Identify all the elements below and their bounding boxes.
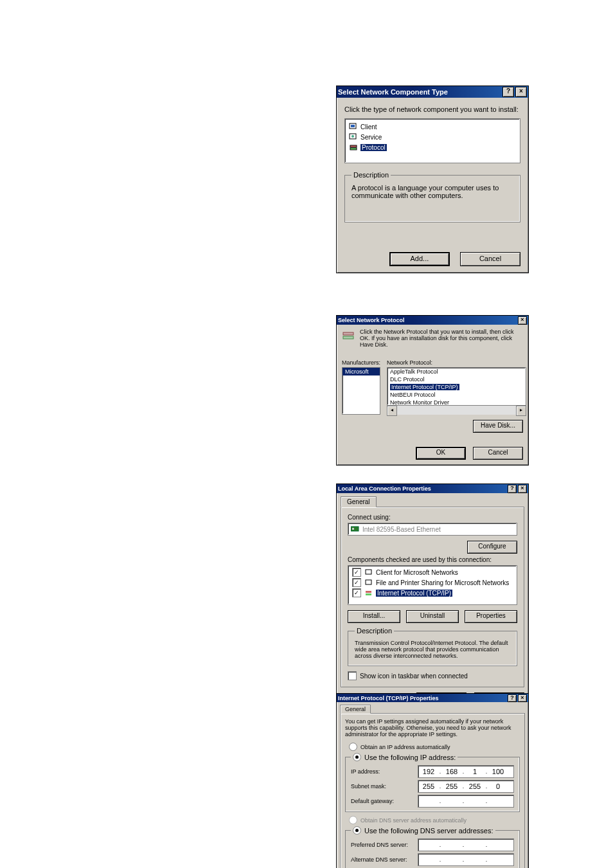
manufacturers-list[interactable]: Microsoft (342, 367, 380, 415)
subnet-mask-field[interactable]: 255. 255. 255. 0 (418, 780, 514, 793)
close-button[interactable]: × (518, 316, 527, 325)
help-button[interactable]: ? (508, 694, 517, 702)
svg-point-3 (351, 135, 354, 138)
svg-rect-1 (351, 125, 355, 127)
tcp-ip-properties-dialog: Internet Protocol (TCP/IP) Properties ? … (336, 693, 529, 868)
default-gateway-field[interactable]: . . . (418, 795, 514, 808)
cancel-button[interactable]: Cancel (473, 447, 523, 460)
uninstall-button[interactable]: Uninstall (406, 610, 459, 623)
component-type-list[interactable]: Client Service Protocol (344, 118, 520, 163)
list-item-component[interactable]: ✓ Internet Protocol (TCP/IP) (350, 588, 515, 598)
scroll-left-arrow[interactable]: ◂ (387, 406, 397, 416)
svg-rect-5 (350, 148, 357, 150)
svg-rect-4 (350, 145, 357, 147)
manufacturers-label: Manufacturers: (342, 359, 380, 366)
client-icon (364, 568, 373, 577)
properties-button[interactable]: Properties (465, 610, 517, 623)
titlebar: Internet Protocol (TCP/IP) Properties ? … (337, 694, 528, 702)
cancel-button[interactable]: Cancel (460, 252, 520, 266)
service-icon (364, 578, 373, 587)
protocol-large-icon (342, 329, 356, 343)
nic-icon (351, 525, 360, 534)
list-item-protocol[interactable]: AppleTalk Protocol (387, 368, 526, 375)
tab-general[interactable]: General (340, 705, 371, 714)
protocol-icon (364, 588, 373, 597)
ip-address-label: IP address: (351, 768, 418, 775)
select-network-component-type-dialog: Select Network Component Type ? × Click … (336, 86, 529, 273)
svg-rect-6 (343, 332, 353, 335)
ip-address-field[interactable]: 192. 168. 1. 100 (418, 765, 514, 778)
svg-rect-10 (366, 570, 371, 574)
protocols-list[interactable]: AppleTalk Protocol DLC Protocol Internet… (387, 367, 526, 406)
close-button[interactable]: × (518, 694, 527, 702)
ip-settings-blurb: You can get IP settings assigned automat… (345, 718, 520, 737)
adapter-field: Intel 82595-Based Ethernet (348, 523, 517, 536)
preferred-dns-field[interactable]: ... (418, 838, 514, 851)
checkbox-icon[interactable]: ✓ (352, 568, 361, 577)
service-icon (349, 132, 358, 141)
list-item-client[interactable]: Client (346, 122, 519, 132)
select-network-protocol-dialog: Select Network Protocol × Click the Netw… (336, 315, 529, 466)
description-text: Transmission Control Protocol/Internet P… (355, 640, 510, 659)
dialog-title: Select Network Component Type (338, 88, 501, 96)
components-label: Components checked are used by this conn… (348, 556, 517, 563)
show-icon-label: Show icon in taskbar when connected (360, 673, 468, 680)
subnet-mask-label: Subnet mask: (351, 783, 418, 790)
list-item-component[interactable]: ✓ File and Printer Sharing for Microsoft… (350, 577, 515, 588)
tab-general[interactable]: General (341, 496, 377, 507)
instruction-text: Click the Network Protocol that you want… (360, 329, 523, 348)
ok-button[interactable]: OK (416, 447, 466, 460)
alternate-dns-field[interactable]: ... (418, 853, 514, 866)
close-button[interactable]: × (518, 485, 527, 493)
svg-rect-11 (366, 580, 371, 584)
horizontal-scrollbar[interactable]: ◂ ▸ (387, 406, 526, 415)
configure-button[interactable]: Configure (467, 541, 517, 554)
obtain-dns-auto-radio (349, 816, 357, 824)
titlebar: Select Network Component Type ? × (337, 86, 528, 98)
client-icon (349, 122, 358, 131)
install-button[interactable]: Install... (348, 610, 400, 623)
default-gateway-label: Default gateway: (351, 798, 418, 804)
help-button[interactable]: ? (502, 87, 514, 97)
list-item-protocol[interactable]: DLC Protocol (387, 375, 526, 383)
have-disk-button[interactable]: Have Disk... (473, 420, 523, 433)
svg-rect-13 (366, 593, 371, 595)
protocol-icon (349, 143, 358, 152)
titlebar: Local Area Connection Properties ? × (337, 484, 528, 493)
svg-rect-9 (352, 528, 354, 530)
list-item-protocol[interactable]: Protocol (346, 142, 519, 152)
dialog-title: Internet Protocol (TCP/IP) Properties (338, 695, 506, 701)
list-item-protocol[interactable]: NetBEUI Protocol (387, 391, 526, 399)
local-area-connection-properties-dialog: Local Area Connection Properties ? × Gen… (336, 484, 529, 711)
checkbox-icon[interactable]: ✓ (352, 578, 361, 587)
description-group-label: Description (351, 171, 391, 179)
instruction-text: Click the type of network component you … (344, 105, 520, 113)
components-list[interactable]: ✓ Client for Microsoft Networks ✓ File a… (348, 565, 517, 605)
protocol-label: Network Protocol: (387, 359, 526, 366)
list-item-manufacturer[interactable]: Microsoft (342, 368, 380, 375)
show-icon-checkbox[interactable] (348, 671, 357, 680)
svg-rect-12 (366, 591, 371, 593)
list-item-service[interactable]: Service (346, 132, 519, 142)
alternate-dns-label: Alternate DNS server: (351, 856, 418, 863)
close-button[interactable]: × (515, 87, 527, 97)
use-following-dns-radio[interactable] (353, 826, 361, 835)
add-button[interactable]: Add... (389, 252, 450, 266)
connect-using-label: Connect using: (348, 514, 517, 521)
preferred-dns-label: Preferred DNS server: (351, 842, 418, 848)
svg-rect-8 (351, 527, 359, 531)
scroll-track[interactable] (397, 406, 516, 415)
list-item-protocol[interactable]: Network Monitor Driver (387, 399, 526, 406)
checkbox-icon[interactable]: ✓ (352, 588, 361, 597)
help-button[interactable]: ? (508, 485, 517, 493)
use-following-ip-radio[interactable] (353, 753, 361, 761)
dialog-title: Select Network Protocol (338, 317, 517, 323)
description-group-label: Description (355, 627, 394, 635)
obtain-ip-auto-radio[interactable] (349, 743, 357, 751)
dialog-title: Local Area Connection Properties (338, 485, 506, 492)
scroll-right-arrow[interactable]: ▸ (516, 406, 526, 416)
titlebar: Select Network Protocol × (337, 316, 528, 325)
list-item-protocol[interactable]: Internet Protocol (TCP/IP) (387, 383, 526, 391)
list-item-component[interactable]: ✓ Client for Microsoft Networks (350, 567, 515, 577)
svg-rect-7 (343, 336, 353, 339)
